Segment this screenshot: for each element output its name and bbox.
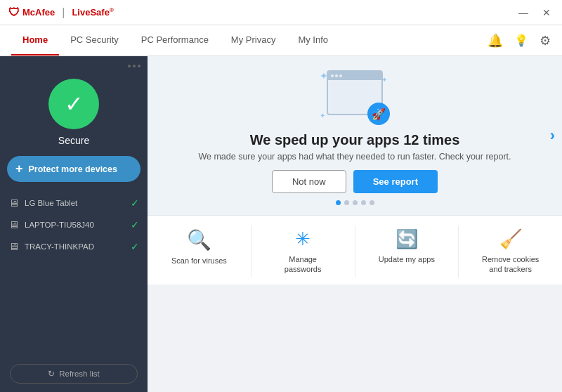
- scan-icon: 🔍: [187, 228, 211, 251]
- device-check-1: ✓: [131, 219, 139, 230]
- scan-label: Scan for viruses: [171, 256, 227, 266]
- device-item-0: 🖥 LG Blue Tablet ✓: [0, 192, 148, 214]
- tablet-icon: 🖥: [8, 197, 19, 209]
- quick-actions: 🔍 Scan for viruses ✳ Manage passwords 🔄 …: [148, 215, 562, 285]
- security-status-circle: ✓: [48, 79, 99, 129]
- shield-icon: 🛡: [8, 6, 20, 19]
- device-item-2: 🖥 TRACY-THINKPAD ✓: [0, 235, 148, 257]
- tab-my-privacy[interactable]: My Privacy: [220, 25, 287, 55]
- laptop-icon-1: 🖥: [8, 218, 19, 230]
- device-name-1: LAPTOP-TIU58J40: [25, 221, 125, 229]
- device-item-1: 🖥 LAPTOP-TIU58J40 ✓: [0, 214, 148, 235]
- main-layout: ✓ Secure + Protect more devices 🖥 LG Blu…: [0, 56, 562, 392]
- device-name-2: TRACY-THINKPAD: [25, 242, 125, 251]
- plus-icon: +: [15, 162, 23, 176]
- dot-nav-4[interactable]: [361, 200, 366, 205]
- product-name: LiveSafe®: [72, 7, 113, 18]
- settings-button[interactable]: ⚙: [540, 33, 551, 48]
- device-check-2: ✓: [131, 241, 139, 252]
- brand-name: McAfee: [22, 7, 55, 18]
- refresh-label: Refresh list: [59, 370, 100, 378]
- nav-icons: 🔔 💡 ⚙: [488, 33, 551, 48]
- quick-action-update[interactable]: 🔄 Update my apps: [355, 226, 459, 277]
- nav-bar: Home PC Security PC Performance My Priva…: [0, 25, 562, 56]
- quick-action-scan[interactable]: 🔍 Scan for viruses: [148, 226, 251, 277]
- minimize-button[interactable]: —: [516, 6, 531, 20]
- not-now-button[interactable]: Not now: [272, 170, 346, 193]
- promo-banner: ✦ ✦ ✦ 🚀 We sped up your apps 12 times We…: [148, 56, 562, 215]
- nav-tabs: Home PC Security PC Performance My Priva…: [11, 25, 339, 55]
- tab-pc-security[interactable]: PC Security: [59, 25, 130, 55]
- dot-nav-3[interactable]: [353, 200, 358, 205]
- promo-illustration: ✦ ✦ ✦ 🚀: [320, 70, 390, 126]
- refresh-icon: ↻: [48, 369, 55, 379]
- check-icon: ✓: [65, 91, 84, 117]
- update-label: Update my apps: [379, 254, 435, 264]
- promo-title: We sped up your apps 12 times: [250, 132, 460, 148]
- dot-nav-2[interactable]: [344, 200, 349, 205]
- tab-pc-performance[interactable]: PC Performance: [130, 25, 220, 55]
- lightbulb-button[interactable]: 💡: [514, 34, 528, 47]
- dot-nav-5[interactable]: [370, 200, 374, 205]
- status-label: Secure: [0, 135, 148, 146]
- sidebar-menu-dots[interactable]: [0, 62, 148, 73]
- window-controls: — ✕: [516, 6, 554, 20]
- promo-actions: Not now See report: [272, 170, 438, 193]
- cookies-label: Remove cookies and trackers: [479, 254, 542, 275]
- tab-my-info[interactable]: My Info: [287, 25, 339, 55]
- trademark: ®: [110, 7, 114, 13]
- sidebar: ✓ Secure + Protect more devices 🖥 LG Blu…: [0, 56, 148, 392]
- protect-btn-label: Protect more devices: [29, 164, 117, 174]
- tab-home[interactable]: Home: [11, 25, 59, 55]
- dots-navigation: [336, 200, 374, 205]
- quick-action-passwords[interactable]: ✳ Manage passwords: [251, 226, 355, 277]
- notification-button[interactable]: 🔔: [488, 33, 503, 48]
- cookies-icon: 🧹: [499, 228, 522, 250]
- close-button[interactable]: ✕: [540, 6, 554, 20]
- promo-subtitle: We made sure your apps had what they nee…: [198, 152, 511, 162]
- content-area: ✦ ✦ ✦ 🚀 We sped up your apps 12 times We…: [148, 56, 562, 392]
- mcafee-logo: 🛡 McAfee: [8, 6, 55, 19]
- logo-divider: |: [62, 6, 65, 19]
- device-name-0: LG Blue Tablet: [25, 199, 125, 207]
- see-report-button[interactable]: See report: [353, 170, 438, 193]
- title-bar: 🛡 McAfee | LiveSafe® — ✕: [0, 0, 562, 25]
- dot-nav-1[interactable]: [336, 200, 341, 205]
- title-bar-logo: 🛡 McAfee | LiveSafe®: [8, 6, 114, 19]
- passwords-icon: ✳: [295, 228, 311, 250]
- sparkle-icon-3: ✦: [320, 112, 325, 119]
- protect-more-devices-button[interactable]: + Protect more devices: [7, 156, 140, 182]
- device-list: 🖥 LG Blue Tablet ✓ 🖥 LAPTOP-TIU58J40 ✓ 🖥…: [0, 192, 148, 358]
- quick-action-cookies[interactable]: 🧹 Remove cookies and trackers: [458, 226, 562, 277]
- update-icon: 🔄: [396, 228, 418, 250]
- passwords-label: Manage passwords: [271, 254, 334, 275]
- rocket-icon: 🚀: [367, 103, 390, 125]
- next-slide-button[interactable]: ›: [550, 126, 555, 145]
- device-check-0: ✓: [131, 197, 139, 209]
- window-bar: [328, 72, 381, 80]
- refresh-list-button[interactable]: ↻ Refresh list: [10, 364, 138, 384]
- laptop-icon-2: 🖥: [8, 240, 19, 252]
